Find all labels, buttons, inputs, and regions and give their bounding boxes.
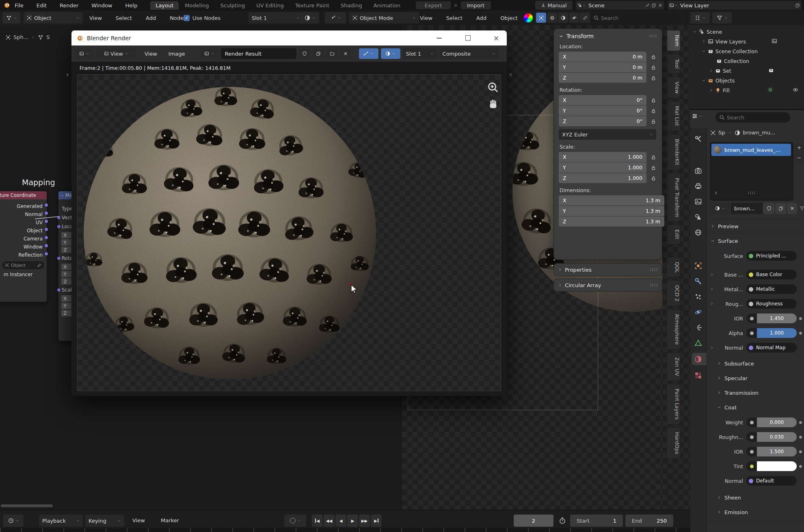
viewport-menu-item[interactable]: View [418, 15, 434, 21]
coat-ior-slider[interactable]: 1.500 [746, 447, 797, 456]
sidebar-tab[interactable]: Paint Layers [667, 384, 681, 424]
lock-icon[interactable] [651, 54, 656, 60]
tool-tab-icon[interactable] [694, 135, 702, 143]
outliner-row-scene-collection[interactable]: Scene Collection [702, 46, 758, 56]
open-image-button[interactable] [326, 48, 338, 59]
menubar-item[interactable]: Render [58, 2, 80, 9]
animate-dot-icon[interactable] [799, 317, 802, 320]
duplicate-image-button[interactable] [313, 48, 324, 59]
expand-open-icon[interactable] [693, 29, 697, 34]
shading-rendered-button[interactable] [580, 13, 590, 23]
lock-icon[interactable] [651, 119, 656, 124]
value-slider[interactable]: X0 m [559, 52, 646, 62]
collapse-icon[interactable] [61, 194, 64, 197]
editor-type-button[interactable] [692, 113, 702, 119]
play-button[interactable]: ▶ [347, 515, 358, 527]
outliner-row-set[interactable]: Set [709, 66, 731, 76]
viewport-menu-item[interactable]: Add [475, 15, 488, 21]
horizontal-scrollbar[interactable] [1, 504, 53, 507]
browse-material-button[interactable] [300, 12, 319, 24]
previous-keyframe-button[interactable]: ◀◀ [324, 515, 335, 527]
render-pass-dropdown[interactable]: Composite [439, 48, 499, 59]
list-expand-icon[interactable] [713, 190, 718, 195]
expand-closed-icon[interactable] [702, 39, 706, 44]
metallic-button[interactable]: Metallic [746, 284, 797, 294]
auto-keying-toggle[interactable] [284, 515, 306, 527]
sidebar-tab[interactable]: Atmosphere [667, 309, 681, 350]
pin-icon[interactable] [645, 3, 650, 8]
sidebar-tab[interactable]: Tool [667, 54, 681, 74]
lock-icon[interactable] [651, 165, 656, 171]
close-button[interactable]: × [488, 30, 504, 45]
eyedropper-icon[interactable] [37, 263, 41, 268]
value-slider[interactable]: Z0° [559, 116, 646, 126]
surface-panel-header[interactable]: Surface [690, 235, 804, 247]
expand-open-icon[interactable] [702, 78, 706, 83]
manual-button[interactable]: Manual [535, 1, 573, 10]
workspace-tab[interactable]: UV Editing [251, 1, 289, 10]
menubar-item[interactable]: Help [124, 2, 139, 9]
viewport-menu-item[interactable]: Object [499, 15, 519, 21]
lock-icon[interactable] [651, 97, 656, 103]
output-socket[interactable] [44, 203, 48, 207]
current-frame-field[interactable]: 2 [514, 515, 553, 527]
export-button[interactable]: Export [416, 1, 451, 9]
material-slot-selected[interactable]: brown_mud_leaves_... [711, 144, 791, 156]
collection-icon[interactable] [768, 67, 774, 73]
animate-dot-icon[interactable] [799, 436, 802, 439]
animate-dot-icon[interactable] [799, 450, 802, 453]
timeline-ruler[interactable] [0, 528, 690, 532]
new-copy-icon[interactable] [651, 3, 656, 8]
editor-type-button[interactable] [75, 48, 93, 59]
shader-menu-item[interactable]: Node [168, 15, 185, 21]
output-socket[interactable] [44, 252, 48, 256]
maximize-button[interactable] [460, 30, 476, 45]
snap-button[interactable] [325, 12, 346, 24]
region-collapse-icon[interactable] [508, 72, 513, 77]
value-slider[interactable]: Y1.3 m [559, 206, 664, 216]
keying-menu[interactable]: Keying [85, 515, 124, 527]
unlink-image-button[interactable] [340, 48, 351, 59]
outliner-row-scene[interactable]: Scene [693, 27, 722, 37]
marker-menu[interactable]: Marker [159, 517, 181, 523]
workspace-tab[interactable]: Shading [335, 1, 367, 10]
coat-weight-slider[interactable]: 0.000 [746, 417, 797, 427]
lock-icon[interactable] [651, 75, 656, 81]
animate-dot-icon[interactable] [799, 421, 802, 424]
workspace-tab[interactable]: Modeling [179, 1, 214, 10]
outliner-row-view-layers[interactable]: View Layers [702, 37, 746, 46]
filter-icon[interactable] [800, 206, 804, 211]
input-socket[interactable] [57, 256, 61, 260]
preview-panel-header[interactable]: Preview [690, 220, 804, 232]
jump-to-start-button[interactable]: ◀ [312, 515, 323, 527]
blender-logo-icon[interactable] [4, 2, 10, 8]
unlink-material-button[interactable] [787, 203, 797, 214]
lock-icon[interactable] [651, 175, 656, 181]
value-slider[interactable]: X1.000 [559, 152, 646, 162]
value-slider[interactable]: Z1.3 m [559, 216, 664, 227]
breadcrumb-material[interactable]: brown_mu... [743, 130, 776, 136]
zoom-tool-icon[interactable] [487, 81, 499, 93]
search-input[interactable] [590, 13, 682, 23]
minimize-button[interactable] [431, 30, 447, 45]
scene-selector[interactable]: Scene [576, 1, 664, 10]
view-menu[interactable]: View [131, 517, 147, 523]
input-socket[interactable] [57, 225, 61, 229]
frame-end-field[interactable]: End250 [625, 515, 673, 527]
next-keyframe-button[interactable]: ▶▶ [359, 515, 370, 527]
object-tab-icon[interactable] [694, 262, 702, 270]
slot-dropdown[interactable]: Slot 1 [249, 12, 303, 24]
alpha-slider[interactable]: 1.000 [746, 328, 797, 338]
view-layer-icon[interactable] [772, 38, 777, 44]
stopwatch-icon[interactable] [559, 517, 566, 524]
jump-to-end-button[interactable]: ▶ [371, 515, 382, 527]
editor-type-button[interactable] [3, 515, 24, 527]
viewport-menu-item[interactable]: Select [445, 15, 464, 21]
roughness-button[interactable]: Roughness [746, 299, 797, 309]
sidebar-tab[interactable]: BlenderKit [667, 134, 681, 170]
shader-menu-item[interactable]: Select [114, 15, 134, 21]
duplicate-material-button[interactable] [775, 203, 786, 214]
outliner-filter-button[interactable] [712, 12, 732, 24]
pan-hand-icon[interactable] [487, 97, 499, 110]
coat-section-header[interactable]: Coat [690, 401, 804, 413]
